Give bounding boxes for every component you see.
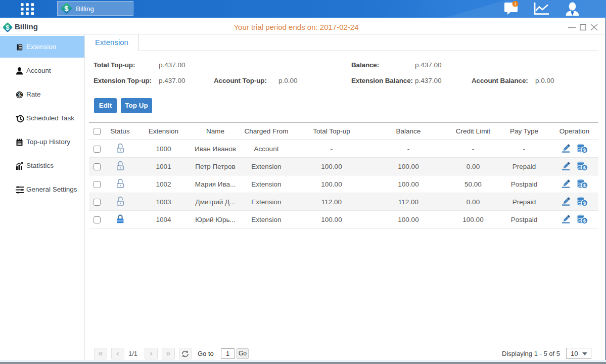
svg-text:$: $	[18, 93, 21, 98]
svg-text:$: $	[6, 24, 10, 31]
svg-text:!: !	[515, 2, 516, 7]
svg-text:$: $	[64, 5, 69, 13]
